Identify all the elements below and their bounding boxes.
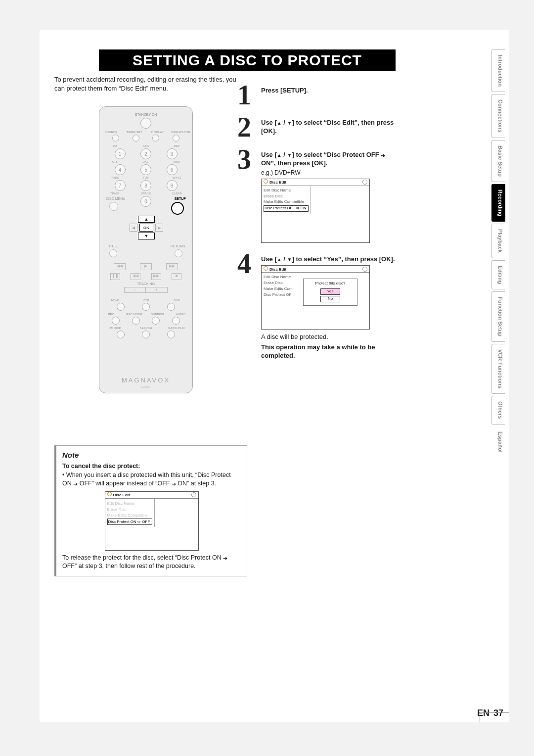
step-4-text: Use [▲ / ▼] to select “Yes”, then press … bbox=[261, 255, 395, 263]
step-number: 3 bbox=[237, 148, 261, 243]
tab-vcr-functions[interactable]: VCR Functions bbox=[491, 344, 505, 394]
triangle-up-icon: ▲ bbox=[277, 257, 282, 262]
close-icon bbox=[362, 267, 367, 272]
osd-disc-edit-c: Disc Edit Edit Disc Name Erase Disc Make… bbox=[105, 491, 199, 551]
osd-selected-item: Disc Protect ON ⇨ OFF bbox=[107, 519, 152, 525]
note-release-text: To release the protect for the disc, sel… bbox=[62, 554, 241, 571]
step-3: 3 Use [▲ / ▼] to select “Disc Protect OF… bbox=[237, 148, 400, 243]
arrow-right-icon: ➔ bbox=[223, 555, 227, 562]
left-margin-bar bbox=[40, 30, 60, 722]
step-4-warning: This operation may take a while to be co… bbox=[261, 343, 400, 360]
osd-disc-edit-a: Disc Edit Edit Disc Name Erase Disc Make… bbox=[261, 179, 370, 243]
note-cancel-header: To cancel the disc protect: bbox=[62, 463, 140, 470]
step-number: 4 bbox=[237, 253, 261, 360]
step-2-text: Use [▲ / ▼] to select “Disc Edit”, then … bbox=[261, 119, 394, 135]
step-2: 2 Use [▲ / ▼] to select “Disc Edit”, the… bbox=[237, 116, 400, 139]
setup-label: SETUP bbox=[175, 197, 186, 200]
footer-corner-decor bbox=[480, 712, 509, 722]
step-4: 4 Use [▲ / ▼] to select “Yes”, then pres… bbox=[237, 253, 400, 360]
osd-confirm-dialog: Protect this disc? Yes No bbox=[303, 279, 357, 305]
osd-selected-item: Disc Protect OFF ⇨ ON bbox=[264, 205, 309, 212]
arrow-right-icon: ▶ bbox=[155, 224, 163, 232]
tab-espanol[interactable]: Español bbox=[491, 426, 505, 458]
disc-icon bbox=[264, 179, 268, 184]
power-button-icon bbox=[140, 118, 151, 129]
disc-icon bbox=[264, 266, 268, 271]
close-icon bbox=[362, 180, 367, 185]
triangle-down-icon: ▼ bbox=[287, 120, 292, 126]
note-box: Note To cancel the disc protect: • When … bbox=[54, 445, 247, 576]
disc-icon bbox=[107, 492, 112, 496]
section-tabs: Introduction Connections Basic Setup Rec… bbox=[491, 49, 505, 457]
tab-basic-setup[interactable]: Basic Setup bbox=[491, 140, 505, 182]
setup-button-icon bbox=[171, 202, 184, 215]
intro-text: To prevent accidental recording, editing… bbox=[54, 75, 242, 93]
tab-introduction[interactable]: Introduction bbox=[491, 49, 505, 92]
step-number: 2 bbox=[237, 116, 261, 139]
step-4-result: A disc will be protected. bbox=[261, 332, 400, 341]
tab-editing[interactable]: Editing bbox=[491, 260, 505, 289]
step-1-text: Press [SETUP]. bbox=[261, 87, 308, 94]
dpad-icon: ▲ ◀ OK ▶ ▼ bbox=[127, 215, 166, 240]
tab-function-setup[interactable]: Function Setup bbox=[491, 291, 505, 342]
step-3-text: Use [▲ / ▼] to select “Disc Protect OFF … bbox=[261, 151, 385, 167]
triangle-up-icon: ▲ bbox=[277, 152, 282, 158]
tab-connections[interactable]: Connections bbox=[491, 94, 505, 138]
arrow-right-icon: ➔ bbox=[381, 152, 385, 159]
step-3-example: e.g.) DVD+RW bbox=[261, 169, 400, 177]
tab-playback[interactable]: Playback bbox=[491, 224, 505, 258]
dialog-no: No bbox=[320, 296, 340, 302]
triangle-down-icon: ▼ bbox=[287, 152, 292, 158]
ok-button-icon: OK bbox=[139, 224, 153, 232]
tab-recording[interactable]: Recording bbox=[491, 184, 505, 222]
note-bullet: • When you insert a disc protected with … bbox=[62, 471, 241, 488]
page-title: SETTING A DISC TO PROTECT bbox=[99, 49, 396, 71]
note-title: Note bbox=[62, 450, 241, 460]
disc-menu-label: DISC MENU bbox=[106, 197, 125, 200]
arrow-up-icon: ▲ bbox=[138, 216, 155, 223]
steps-column: 1 Press [SETUP]. 2 Use [▲ / ▼] to select… bbox=[237, 84, 400, 370]
arrow-right-icon: ➔ bbox=[73, 480, 78, 488]
osd-disc-edit-b: Disc Edit Edit Disc Name Erase Disc Make… bbox=[261, 265, 370, 330]
dialog-yes: Yes bbox=[320, 288, 340, 295]
step-number: 1 bbox=[237, 84, 261, 106]
standby-label: STANDBY-ON bbox=[99, 113, 192, 116]
remote-illustration: STANDBY-ON SOURCE TIMER SET DISPLAY OPEN… bbox=[99, 106, 193, 393]
arrow-down-icon: ▼ bbox=[138, 233, 155, 239]
tab-others[interactable]: Others bbox=[491, 396, 505, 424]
arrow-left-icon: ◀ bbox=[130, 224, 137, 232]
close-icon bbox=[191, 492, 196, 497]
arrow-right-icon: ➔ bbox=[172, 480, 176, 488]
triangle-up-icon: ▲ bbox=[277, 120, 282, 126]
triangle-down-icon: ▼ bbox=[287, 257, 292, 262]
brand-label: MAGNAVOX bbox=[99, 377, 192, 384]
step-1: 1 Press [SETUP]. bbox=[237, 84, 400, 106]
